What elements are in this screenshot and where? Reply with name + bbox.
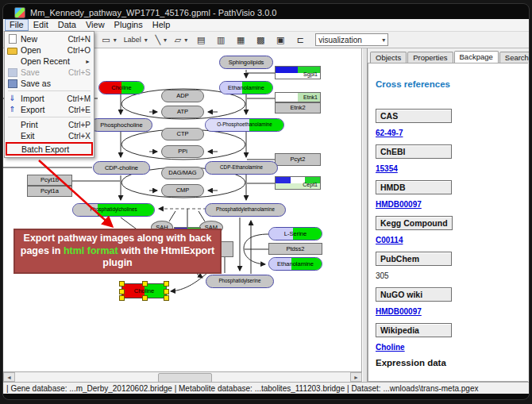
- selection-handle[interactable]: [142, 295, 148, 301]
- pathway-node-dag-mag[interactable]: DAG/MAG: [161, 167, 204, 179]
- tab-search[interactable]: Search: [499, 52, 529, 63]
- menu-item-open-recent[interactable]: Open Recent ►: [5, 56, 94, 67]
- tab-objects[interactable]: Objects: [370, 52, 407, 63]
- pathway-node-adp[interactable]: ADP: [161, 90, 204, 102]
- menu-item-batch-export[interactable]: Batch Export: [6, 142, 93, 156]
- selection-handle[interactable]: [119, 295, 125, 301]
- crossref-link-chebi[interactable]: 15354: [376, 164, 528, 173]
- line-tool-icon[interactable]: ╲: [152, 33, 170, 47]
- window-title: Mm_Kennedy_pathway_WP1771_45176.gpml - P…: [30, 8, 276, 17]
- pathway-node-choline[interactable]: Choline: [121, 283, 167, 298]
- horizontal-scrollbar[interactable]: ◄ ►: [3, 371, 362, 382]
- sidebar: Objects Properties Backpage Search Legen…: [368, 48, 529, 382]
- pathway-node-o-phosphoethanolamine[interactable]: O-Phosphoethanolamine: [205, 118, 284, 132]
- menu-plugins[interactable]: Plugins: [110, 20, 148, 30]
- menu-item-print[interactable]: Print Ctrl+P: [5, 119, 94, 130]
- submenu-arrow-icon: ►: [85, 59, 91, 64]
- label-tool-icon[interactable]: Label: [121, 33, 150, 47]
- tab-backpage[interactable]: Backpage: [454, 51, 499, 63]
- visualization-combobox[interactable]: visualization: [315, 33, 388, 46]
- crossref-link-kegg[interactable]: C00114: [376, 236, 528, 244]
- menu-item-new[interactable]: New Ctrl+N: [5, 33, 94, 44]
- callout-highlight: html format: [64, 245, 118, 256]
- scrollbar-thumb[interactable]: [158, 373, 212, 383]
- crossref-value-pubchem: 305: [376, 271, 528, 280]
- menu-item-open[interactable]: Open Ctrl+O: [5, 44, 94, 56]
- pathway-node-sphingolipids[interactable]: Sphingolipids: [219, 56, 273, 69]
- statusbar: | Gene database: ...m_Derby_20120602.bri…: [3, 382, 529, 394]
- align-center-tool-icon[interactable]: ▤: [192, 33, 210, 47]
- pathway-node-ethanolamine[interactable]: Ethanolamine: [268, 257, 322, 271]
- pane-splitter[interactable]: [362, 48, 368, 382]
- expression-data-heading: Expression data: [376, 358, 528, 367]
- menu-file[interactable]: File: [5, 19, 29, 31]
- crossref-link-nugo[interactable]: HMDB00097: [376, 307, 528, 316]
- application-window: File Edit Data View Plugins Help Zoom: 1…: [3, 19, 529, 394]
- crossrefs-heading: Cross references: [376, 79, 528, 89]
- section-header-hmdb: HMDB: [376, 180, 452, 194]
- statusbar-text: | Gene database: ...m_Derby_20120602.bri…: [6, 384, 478, 393]
- stack-horizontal-tool-icon[interactable]: ▦: [232, 33, 249, 47]
- pathway-node-pcyt1a[interactable]: Pcyt1a: [27, 186, 72, 197]
- tab-properties[interactable]: Properties: [407, 52, 453, 63]
- pathway-node-choline[interactable]: Choline: [98, 81, 145, 94]
- crossref-link-hmdb[interactable]: HMDB00097: [376, 200, 528, 209]
- pathway-node-ethanolamine[interactable]: Ethanolamine: [219, 81, 273, 94]
- pathway-node-cmp[interactable]: CMP: [161, 184, 204, 197]
- section-header-wikipedia: Wikipedia: [376, 323, 452, 337]
- annotation-callout: Export pathway images along with back pa…: [13, 229, 222, 274]
- selection-handle[interactable]: [119, 281, 125, 287]
- pathway-node-pcyt2[interactable]: Pcyt2: [275, 153, 321, 166]
- pathway-node-etnk2[interactable]: Etnk2: [275, 102, 321, 114]
- menubar: File Edit Data View Plugins Help: [3, 19, 529, 32]
- menu-item-save-as[interactable]: Save as: [5, 78, 94, 89]
- pathway-node-phosphatidylserine[interactable]: Phosphatidylserine: [206, 275, 274, 288]
- pathway-node-pcyt1b[interactable]: Pcyt1b: [27, 175, 72, 186]
- datanode-tool-icon[interactable]: ▭: [99, 33, 118, 47]
- save-as-disk-icon: [8, 79, 17, 88]
- menu-item-import[interactable]: ⇓ Import Ctrl+M: [5, 93, 94, 104]
- selection-handle[interactable]: [164, 295, 169, 301]
- scroll-left-button[interactable]: ◄: [3, 372, 15, 382]
- menu-edit[interactable]: Edit: [29, 20, 53, 30]
- selection-handle[interactable]: [142, 281, 148, 287]
- align-middle-tool-icon[interactable]: ▥: [212, 33, 229, 47]
- pathway-node-phosphatidylcholines[interactable]: Phosphatidylcholines: [72, 203, 155, 217]
- selection-handle[interactable]: [164, 281, 169, 287]
- crossref-link-cas[interactable]: 62-49-7: [376, 129, 528, 137]
- section-header-pubchem: PubChem: [376, 252, 452, 266]
- menu-item-exit[interactable]: Exit Ctrl+X: [5, 130, 94, 141]
- pathway-node-sgpl1[interactable]: Sgpl1: [275, 66, 321, 79]
- menu-item-export[interactable]: ⇑ Export Ctrl+E: [5, 104, 94, 115]
- connector-tool-icon[interactable]: ▱: [172, 33, 190, 47]
- new-document-icon: [9, 34, 17, 44]
- pathway-node-phosphocholine[interactable]: Phosphocholine: [91, 118, 152, 132]
- file-menu-dropdown: New Ctrl+N Open Ctrl+O Open Recent ► Sav…: [4, 31, 94, 158]
- selection-handle[interactable]: [164, 289, 169, 294]
- pathway-node-cdp-choline[interactable]: CDP-choline: [93, 161, 150, 175]
- pathway-node-cdp-ethanolamine[interactable]: CDP-Ethanolamine: [205, 161, 278, 175]
- selection-handle[interactable]: [119, 289, 125, 294]
- pathway-node-ctp[interactable]: CTP: [161, 128, 204, 140]
- selection-tool-icon[interactable]: ⊏: [291, 33, 309, 47]
- pathway-node-phosphatidylethanolamine[interactable]: Phosphatidylethanolamine: [205, 203, 286, 217]
- crossref-link-wikipedia[interactable]: Choline: [376, 343, 528, 352]
- menu-separator: [8, 117, 91, 117]
- pathway-node-cept1[interactable]: Cept1: [275, 176, 321, 190]
- menu-help[interactable]: Help: [148, 20, 175, 30]
- menu-view[interactable]: View: [81, 20, 110, 30]
- save-disk-icon: [8, 68, 17, 77]
- pathway-node-atp[interactable]: ATP: [161, 106, 204, 118]
- export-icon: ⇑: [9, 106, 15, 114]
- pathway-node-l-serine[interactable]: L-Serine: [268, 227, 322, 240]
- stack-vertical-tool-icon[interactable]: ▩: [252, 33, 269, 47]
- scroll-right-button[interactable]: ►: [350, 372, 362, 382]
- menu-separator: [8, 90, 91, 91]
- common-size-tool-icon[interactable]: ▣: [272, 33, 289, 47]
- pathway-node-etnk1[interactable]: Etnk1: [275, 92, 321, 102]
- menu-data[interactable]: Data: [53, 20, 81, 30]
- pathway-node-ppi[interactable]: PPi: [161, 145, 204, 158]
- section-header-chebi: ChEBI: [376, 144, 452, 159]
- pathway-node-ptdss2[interactable]: Ptdss2: [268, 243, 322, 255]
- section-header-nugo: NuGO wiki: [376, 287, 452, 302]
